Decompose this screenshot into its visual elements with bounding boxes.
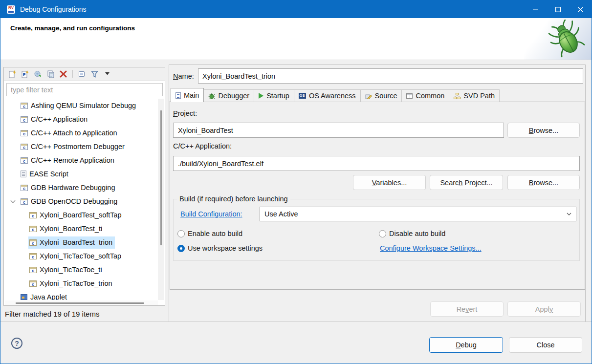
browse-project-button[interactable]: Browse...: [507, 123, 580, 138]
build-group: Build (if required) before launching Bui…: [173, 195, 580, 261]
config-toolbar: [4, 67, 165, 81]
tree-item-boardtest-trion[interactable]: cXyloni_BoardTest_trion: [4, 236, 158, 249]
debug-button[interactable]: Debug: [429, 337, 503, 353]
tree-item-tictactoe-softtap[interactable]: cXyloni_TicTacToe_softTap: [4, 249, 158, 263]
c-launch-icon: c: [29, 267, 37, 273]
tree-item-boardtest-ti[interactable]: cXyloni_BoardTest_ti: [4, 222, 158, 236]
duplicate-button[interactable]: [45, 69, 56, 79]
tree-item-tictactoe-ti[interactable]: cXyloni_TicTacToe_ti: [4, 263, 158, 277]
tree-item-ashling-qemu[interactable]: cAshling QEMU Simulator Debugg: [4, 99, 158, 112]
banner-art: [524, 18, 592, 60]
tab-main[interactable]: Main: [171, 88, 204, 102]
application-label: C/C++ Application:: [173, 142, 232, 150]
tab-svd-path[interactable]: SVD Path: [449, 89, 500, 102]
c-application-icon: c: [21, 144, 28, 150]
tree-item-cpp-postmortem[interactable]: cC/C++ Postmortem Debugger: [4, 140, 158, 153]
delete-button[interactable]: [58, 69, 68, 79]
tree-vertical-scrollbar[interactable]: [158, 99, 164, 300]
scrollbar-thumb[interactable]: [16, 302, 144, 304]
tree-item-ease-script[interactable]: EASE Script: [4, 167, 158, 181]
project-input[interactable]: [173, 123, 504, 138]
bug-icon: [208, 93, 215, 99]
maximize-button[interactable]: [547, 0, 569, 18]
export-config-icon: [34, 70, 42, 78]
os-icon: OS: [299, 93, 306, 99]
chevron-down-icon: [105, 72, 110, 75]
c-launch-icon: c: [29, 212, 37, 218]
minimize-icon: [533, 7, 538, 12]
c-launch-icon: c: [29, 253, 37, 259]
tree-item-boardtest-softtap[interactable]: cXyloni_BoardTest_softTap: [4, 208, 158, 222]
export-config-button[interactable]: [33, 69, 43, 79]
c-application-icon: c: [21, 198, 28, 205]
search-project-button[interactable]: Search Project...: [430, 175, 503, 190]
delete-icon: [60, 70, 67, 78]
banner-title: Create, manage, and run configurations: [10, 24, 135, 32]
build-configuration-link[interactable]: Build Configuration:: [180, 210, 242, 218]
radio-disable-auto-build[interactable]: [379, 230, 386, 237]
new-prototype-icon: [21, 70, 29, 78]
c-launch-icon: c: [29, 239, 37, 246]
c-launch-icon: c: [29, 280, 37, 287]
tree-item-cpp-attach[interactable]: cC/C++ Attach to Application: [4, 126, 158, 140]
filter-button[interactable]: [89, 69, 100, 79]
banner: Create, manage, and run configurations: [0, 18, 592, 60]
tab-debugger[interactable]: Debugger: [203, 89, 254, 102]
c-application-icon: c: [21, 116, 28, 123]
tab-common[interactable]: Common: [401, 89, 449, 102]
script-icon: [21, 171, 26, 177]
radio-use-workspace-settings[interactable]: [177, 245, 185, 252]
document-icon: [175, 92, 181, 99]
help-button[interactable]: ?: [11, 338, 22, 349]
radio-enable-auto-build[interactable]: [177, 230, 185, 237]
application-input[interactable]: [173, 156, 580, 171]
tab-os-awareness[interactable]: OS OS Awareness: [294, 89, 361, 102]
c-application-icon: c: [21, 103, 28, 109]
apply-button[interactable]: Apply: [507, 301, 581, 317]
tree-item-cpp-application[interactable]: cC/C++ Application: [4, 112, 158, 126]
new-config-icon: [8, 70, 17, 78]
revert-button[interactable]: Revert: [430, 301, 504, 317]
hierarchy-icon: [454, 93, 460, 99]
tab-startup[interactable]: Startup: [254, 89, 294, 102]
filter-input[interactable]: [6, 83, 163, 96]
source-icon: [365, 93, 372, 99]
filter-status: Filter matched 19 of 19 items: [5, 310, 99, 318]
tree-item-tictactoe-trion[interactable]: cXyloni_TicTacToe_trion: [4, 277, 158, 290]
tree-item-gdb-hardware[interactable]: cGDB Hardware Debugging: [4, 181, 158, 194]
debug-configurations-dialog: RV Debug Configurations Create, manage, …: [0, 0, 592, 364]
close-icon: [578, 7, 583, 12]
collapse-all-button[interactable]: [77, 69, 87, 79]
tree-item-gdb-openocd[interactable]: cGDB OpenOCD Debugging: [4, 194, 158, 208]
tree-item-java-applet[interactable]: Java Applet: [4, 290, 158, 300]
browse-application-button[interactable]: Browse...: [507, 175, 580, 190]
configure-workspace-settings-link[interactable]: Configure Workspace Settings...: [380, 244, 482, 252]
new-prototype-button[interactable]: [20, 69, 30, 79]
collapse-all-icon: [78, 70, 86, 78]
view-menu-button[interactable]: [102, 69, 112, 79]
minimize-button[interactable]: [524, 0, 547, 18]
tab-source[interactable]: Source: [360, 89, 402, 102]
name-input[interactable]: [198, 68, 583, 84]
c-application-icon: c: [21, 157, 28, 164]
new-config-button[interactable]: [7, 69, 18, 79]
scrollbar-thumb[interactable]: [160, 110, 162, 245]
table-icon: [406, 93, 413, 99]
chevron-down-icon[interactable]: [11, 198, 16, 203]
radio-disable-auto-build-label: Disable auto build: [389, 230, 445, 237]
close-dialog-button[interactable]: Close: [509, 337, 582, 353]
titlebar: RV Debug Configurations: [0, 0, 592, 18]
app-icon: RV: [7, 5, 15, 14]
c-application-icon: c: [21, 130, 28, 136]
c-application-icon: c: [21, 185, 28, 191]
build-configuration-select[interactable]: Use Active: [260, 207, 576, 221]
config-tree: cAshling QEMU Simulator Debugg cC/C++ Ap…: [4, 99, 158, 300]
build-group-title: Build (if required) before launching: [177, 195, 290, 203]
tree-item-cpp-remote[interactable]: cC/C++ Remote Application: [4, 153, 158, 167]
c-launch-icon: c: [29, 226, 37, 232]
close-button[interactable]: [569, 0, 592, 18]
variables-button[interactable]: Variables...: [353, 175, 426, 190]
java-applet-icon: [21, 294, 27, 300]
tree-horizontal-scrollbar[interactable]: [5, 300, 158, 305]
footer-separator: [0, 321, 592, 322]
